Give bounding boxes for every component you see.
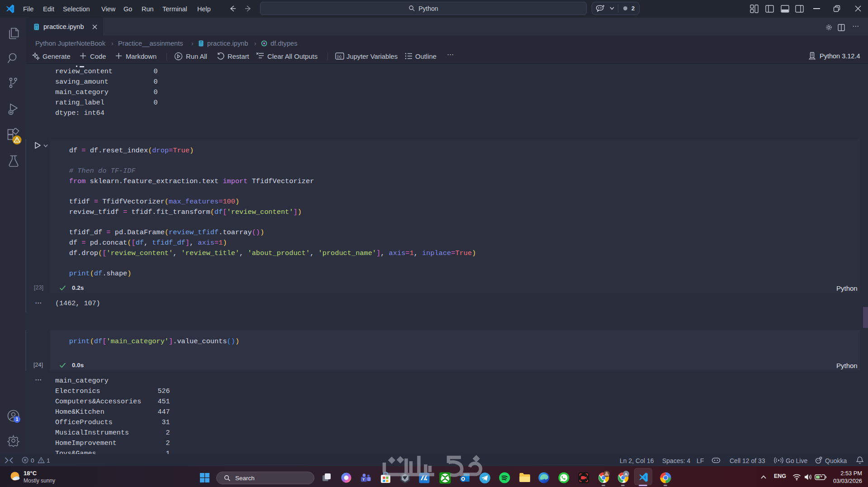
svg-text:A: A [625, 472, 628, 477]
svg-text:(x): (x) [337, 54, 342, 59]
svg-text:T: T [362, 478, 365, 482]
